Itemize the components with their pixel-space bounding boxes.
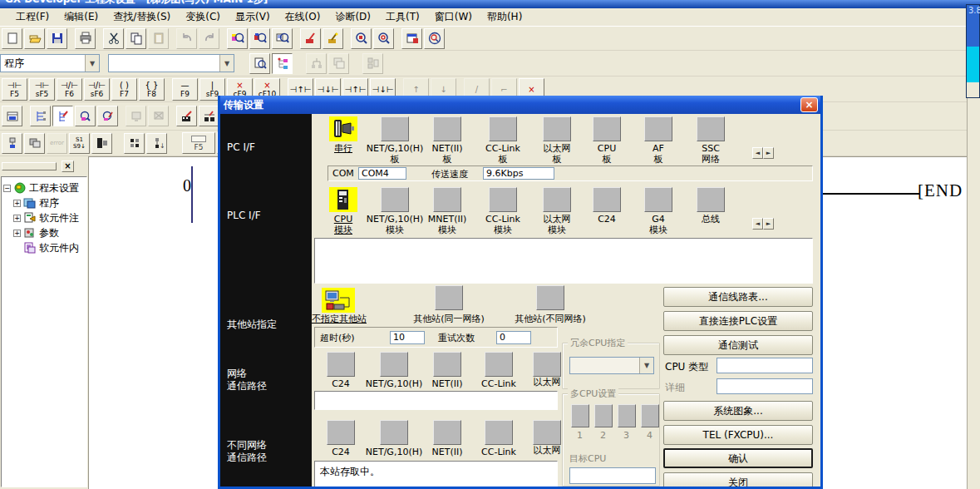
- diffnet-c24-icon[interactable]: [327, 420, 355, 445]
- project-tree-toggle-button[interactable]: [272, 53, 293, 74]
- block-error-check-button[interactable]: error: [47, 133, 67, 154]
- tree-item-program[interactable]: + 程序: [2, 195, 86, 210]
- find-string-button[interactable]: [272, 28, 293, 49]
- pc-if-ssc-label[interactable]: SSC 网络: [702, 143, 720, 165]
- program-select[interactable]: 程序 ▼: [0, 54, 100, 72]
- open-project-button[interactable]: [24, 28, 45, 49]
- close-button[interactable]: 关闭: [663, 472, 813, 489]
- diffnet-c24-label[interactable]: C24: [332, 447, 350, 457]
- scroll-right-icon[interactable]: ►: [763, 147, 774, 159]
- pc-if-ethernet-label[interactable]: 以太网 板: [544, 143, 571, 165]
- pc-if-net2-icon[interactable]: [433, 116, 461, 141]
- scroll-left-icon[interactable]: ◄: [752, 147, 763, 159]
- pc-if-net2-label[interactable]: NET(II) 板: [432, 143, 463, 165]
- comment-display-button[interactable]: [249, 53, 270, 74]
- com-port-field[interactable]: COM4: [358, 167, 406, 180]
- net-ethernet-icon[interactable]: [533, 352, 561, 377]
- diffnet-cclink-label[interactable]: CC-Link: [481, 447, 516, 457]
- tel-fxcpu-button[interactable]: TEL (FXCPU)...: [663, 425, 813, 445]
- project-data-list-button[interactable]: [401, 28, 422, 49]
- pc-if-netg-label[interactable]: NET/G,10(H) 板: [367, 143, 423, 165]
- scroll-right-icon[interactable]: ►: [763, 218, 774, 230]
- diffnet-net2-label[interactable]: NET(II): [432, 447, 463, 457]
- multi-cpu-3-icon[interactable]: [618, 404, 636, 427]
- retry-field[interactable]: 0: [496, 331, 531, 344]
- new-project-button[interactable]: [2, 28, 22, 49]
- open-branch-button[interactable]: ⊣⊢sF5: [29, 78, 55, 101]
- monitor-start-button[interactable]: [126, 106, 146, 126]
- pc-if-cpu-icon[interactable]: [593, 116, 621, 141]
- step-no-sort-button[interactable]: S1 S9↓: [69, 133, 90, 154]
- application-instruction-button[interactable]: { }F8: [139, 78, 165, 101]
- horizontal-line-button[interactable]: —F9: [172, 78, 198, 101]
- plc-if-bus-label[interactable]: 总线: [702, 214, 720, 225]
- save-project-button[interactable]: [47, 28, 67, 49]
- menu-window[interactable]: 窗口(W): [427, 8, 480, 26]
- plc-if-cpu-icon[interactable]: [329, 187, 357, 212]
- find-device-button[interactable]: [227, 28, 248, 49]
- menu-project[interactable]: 工程(F): [8, 8, 57, 26]
- monitor-stop-button[interactable]: [148, 106, 169, 126]
- plc-if-cclink-label[interactable]: CC-Link 模块: [485, 214, 520, 235]
- net-net2-icon[interactable]: [433, 352, 461, 377]
- print-button[interactable]: [75, 28, 96, 49]
- dialog-close-button[interactable]: ×: [800, 97, 818, 112]
- plc-if-netg-label[interactable]: NET/G,10(H) 模块: [367, 214, 423, 235]
- net-cclink-icon[interactable]: [485, 352, 513, 377]
- plc-if-mnet2-icon[interactable]: [433, 187, 461, 212]
- zoom-out-button[interactable]: [373, 28, 394, 49]
- dock-grip[interactable]: [2, 162, 57, 170]
- closed-branch-button[interactable]: ⊣/⊢sF6: [84, 78, 110, 101]
- tree-item-parameter[interactable]: + 参数: [2, 225, 86, 240]
- diffnet-ethernet-icon[interactable]: [533, 420, 561, 445]
- menu-diagnostics[interactable]: 诊断(D): [327, 8, 378, 26]
- coil-button[interactable]: ( )F7: [111, 78, 137, 101]
- diffnet-net2-icon[interactable]: [433, 420, 461, 445]
- menu-find-replace[interactable]: 查找/替换(S): [106, 8, 178, 26]
- menu-online[interactable]: 在线(O): [278, 8, 328, 26]
- timeout-field[interactable]: 10: [390, 331, 425, 344]
- net-ethernet-label[interactable]: 以太网: [534, 377, 561, 388]
- find-edit-button[interactable]: [97, 106, 118, 126]
- tree-edit-button[interactable]: [52, 106, 73, 126]
- pc-if-ssc-icon[interactable]: [697, 116, 725, 141]
- tree-close-button[interactable]: ×: [62, 161, 74, 172]
- write-to-plc-button[interactable]: [176, 106, 197, 126]
- net-cclink-label[interactable]: CC-Link: [481, 378, 516, 389]
- diffnet-ethernet-label[interactable]: 以太网: [534, 445, 561, 456]
- comm-line-list-button[interactable]: 通信线路表...: [663, 287, 813, 307]
- plc-if-c24-label[interactable]: C24: [598, 214, 616, 225]
- sfc-block-button[interactable]: [91, 133, 112, 154]
- target-cpu-field[interactable]: [569, 467, 656, 484]
- undo-button[interactable]: [176, 28, 197, 49]
- tree-root[interactable]: − 工程未设置: [2, 180, 86, 195]
- cut-button[interactable]: [103, 28, 124, 49]
- multi-cpu-4-icon[interactable]: [641, 404, 659, 427]
- comm-test-button[interactable]: 通信测试: [663, 335, 813, 355]
- scroll-left-icon[interactable]: ◄: [752, 218, 763, 230]
- macro-button[interactable]: [328, 53, 349, 74]
- multi-cpu-1-icon[interactable]: [571, 404, 589, 427]
- device-comment-edit-button[interactable]: [300, 28, 321, 49]
- expand-icon[interactable]: +: [13, 215, 21, 222]
- multi-cpu-2-icon[interactable]: [594, 404, 613, 427]
- plc-if-cpu-label[interactable]: CPU 模块: [334, 214, 352, 235]
- block-list-button[interactable]: [24, 133, 45, 154]
- diffnet-netg-label[interactable]: NET/G,10(H): [366, 447, 422, 457]
- menu-convert[interactable]: 变换(C): [178, 8, 228, 26]
- other-station-diff-icon[interactable]: [536, 285, 564, 310]
- pc-if-cpu-label[interactable]: CPU 板: [598, 143, 616, 165]
- system-image-button[interactable]: 系统图象...: [663, 401, 813, 421]
- ladder-logic-test-button[interactable]: [2, 106, 22, 126]
- sorted-contact-button[interactable]: [306, 53, 327, 74]
- ok-button[interactable]: 确认: [663, 448, 813, 468]
- find-in-comment-button[interactable]: [75, 106, 96, 126]
- no-other-station-icon[interactable]: [322, 288, 355, 313]
- menu-help[interactable]: 帮助(H): [480, 8, 529, 26]
- net-c24-label[interactable]: C24: [332, 378, 350, 389]
- net-netg-icon[interactable]: [380, 352, 408, 377]
- plc-if-ethernet-icon[interactable]: [543, 187, 571, 212]
- plc-if-mnet2-label[interactable]: MNET(II) 模块: [428, 214, 466, 235]
- menu-edit[interactable]: 编辑(E): [57, 8, 106, 26]
- plc-if-cclink-icon[interactable]: [489, 187, 517, 212]
